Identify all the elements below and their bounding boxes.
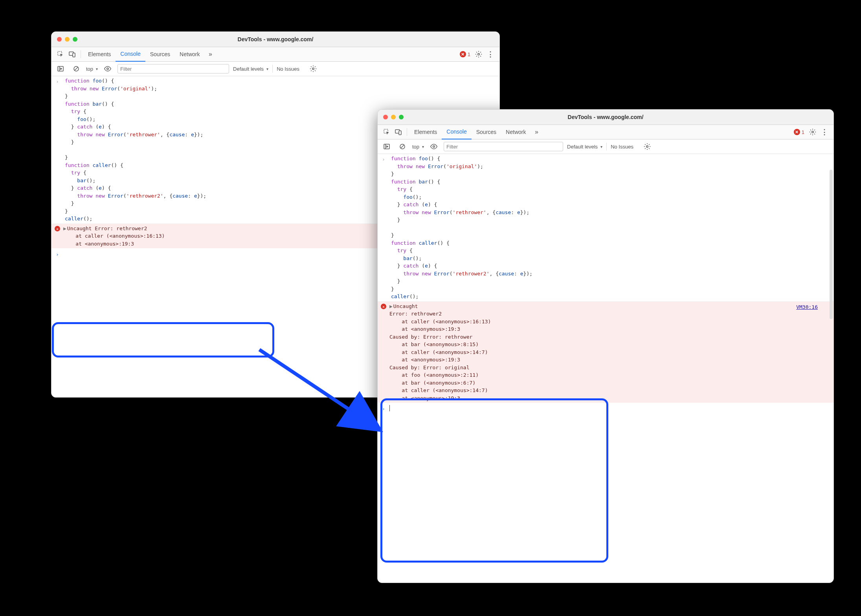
traffic-lights	[57, 37, 77, 42]
svg-line-17	[401, 145, 404, 148]
error-badge[interactable]: ✕1	[794, 129, 804, 135]
levels-selector[interactable]: Default levels	[233, 66, 268, 72]
tab-sources[interactable]: Sources	[472, 125, 501, 139]
console-output: › function foo() { throw new Error('orig…	[378, 154, 833, 414]
error-badge[interactable]: ✕1	[460, 51, 470, 57]
close-icon[interactable]	[57, 37, 62, 42]
zoom-icon[interactable]	[73, 37, 77, 42]
code-block: function foo() { throw new Error('origin…	[63, 77, 206, 223]
svg-point-19	[646, 146, 648, 148]
more-tabs-icon[interactable]: »	[206, 50, 215, 59]
svg-rect-12	[399, 131, 401, 135]
levels-selector[interactable]: Default levels	[567, 144, 602, 150]
console-settings-icon[interactable]	[309, 64, 318, 73]
svg-point-3	[478, 53, 480, 55]
live-expression-icon[interactable]	[103, 64, 112, 73]
error-count: 1	[802, 129, 804, 135]
inspect-icon[interactable]	[56, 50, 65, 59]
live-expression-icon[interactable]	[430, 142, 438, 151]
console-input-row: › function foo() { throw new Error('orig…	[378, 154, 833, 302]
svg-line-7	[75, 67, 78, 70]
gear-icon[interactable]	[808, 128, 817, 136]
kebab-menu-icon[interactable]: ⋮	[820, 128, 829, 136]
inspect-icon[interactable]	[382, 128, 391, 136]
main-tabbar: Elements Console Sources Network » ✕1 ⋮	[51, 47, 499, 62]
kebab-menu-icon[interactable]: ⋮	[486, 50, 495, 59]
tab-elements[interactable]: Elements	[409, 125, 442, 139]
input-chevron-icon: ›	[378, 155, 389, 301]
context-selector[interactable]: top	[412, 144, 424, 150]
svg-point-18	[433, 146, 435, 148]
titlebar: DevTools - www.google.com/	[51, 32, 499, 47]
clear-console-icon[interactable]	[72, 64, 81, 73]
error-count: 1	[468, 51, 470, 57]
issues-label[interactable]: No Issues	[277, 66, 299, 72]
svg-point-9	[312, 68, 314, 70]
issues-label[interactable]: No Issues	[611, 144, 633, 150]
input-chevron-icon: ›	[51, 77, 63, 223]
tab-network[interactable]: Network	[175, 47, 204, 61]
code-block: function foo() { throw new Error('origin…	[389, 155, 532, 301]
device-toggle-icon[interactable]	[394, 128, 403, 136]
tab-elements[interactable]: Elements	[83, 47, 116, 61]
tab-network[interactable]: Network	[501, 125, 531, 139]
error-row[interactable]: ✕ ▶Uncaught Error: rethrower2 at caller …	[378, 302, 833, 403]
error-message: Uncaught Error: rethrower2 at caller (<a…	[63, 226, 165, 247]
device-toggle-icon[interactable]	[68, 50, 77, 59]
svg-point-13	[812, 131, 814, 133]
console-toolbar: top Default levels No Issues	[51, 62, 499, 76]
console-settings-icon[interactable]	[643, 142, 652, 151]
source-link[interactable]: VM30:16	[796, 303, 818, 311]
prompt-row[interactable]: ›	[378, 403, 833, 414]
tab-console[interactable]: Console	[442, 125, 471, 139]
titlebar: DevTools - www.google.com/	[378, 110, 833, 125]
minimize-icon[interactable]	[65, 37, 70, 42]
sidebar-toggle-icon[interactable]	[382, 142, 391, 151]
sidebar-toggle-icon[interactable]	[56, 64, 65, 73]
tab-console[interactable]: Console	[116, 47, 145, 62]
tab-sources[interactable]: Sources	[145, 47, 175, 61]
scrollbar[interactable]	[830, 170, 833, 319]
expand-triangle-icon[interactable]: ▶	[63, 226, 66, 231]
main-tabbar: Elements Console Sources Network » ✕1 ⋮	[378, 125, 833, 139]
window-title: DevTools - www.google.com/	[378, 114, 833, 120]
console-toolbar: top Default levels No Issues	[378, 139, 833, 154]
clear-console-icon[interactable]	[398, 142, 407, 151]
svg-rect-2	[73, 53, 75, 57]
filter-input[interactable]	[444, 142, 563, 151]
gear-icon[interactable]	[474, 50, 483, 59]
expand-triangle-icon[interactable]: ▶	[389, 303, 393, 309]
devtools-window-2: DevTools - www.google.com/ Elements Cons…	[377, 109, 834, 583]
error-icon: ✕	[381, 304, 386, 309]
svg-point-8	[107, 68, 109, 70]
error-icon: ✕	[55, 226, 60, 231]
traffic-lights	[383, 115, 404, 119]
more-tabs-icon[interactable]: »	[532, 128, 541, 136]
zoom-icon[interactable]	[399, 115, 404, 119]
close-icon[interactable]	[383, 115, 388, 119]
minimize-icon[interactable]	[391, 115, 396, 119]
filter-input[interactable]	[117, 64, 229, 73]
context-selector[interactable]: top	[86, 66, 98, 72]
window-title: DevTools - www.google.com/	[51, 36, 499, 42]
error-message: Uncaught Error: rethrower2 at caller (<a…	[389, 303, 491, 401]
